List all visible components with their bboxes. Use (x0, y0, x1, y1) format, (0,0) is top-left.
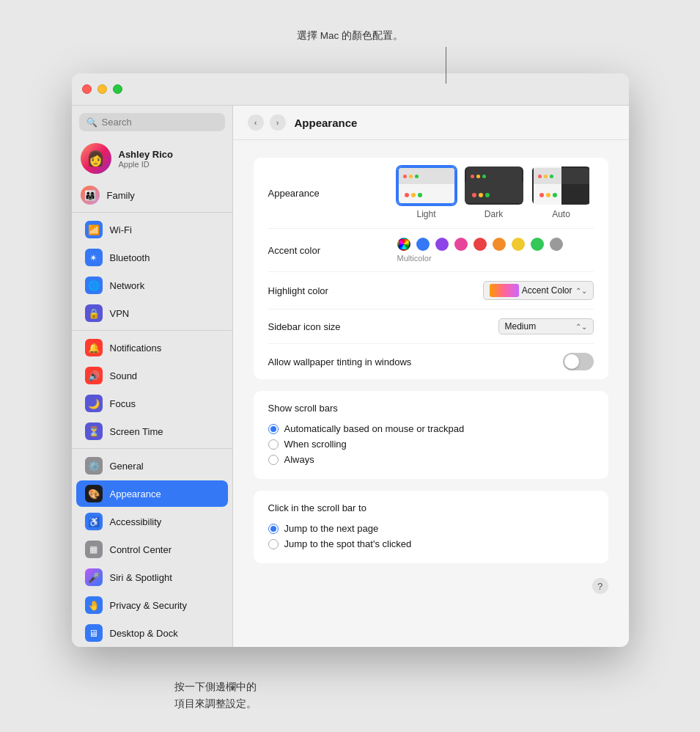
auto-thumb-dot-green (553, 193, 557, 197)
radio-label-scrolling: When scrolling (284, 439, 347, 450)
wifi-icon: 📶 (85, 221, 103, 238)
radio-when-scrolling[interactable]: When scrolling (268, 436, 594, 452)
auto-dot-max (550, 175, 553, 178)
radio-next-page[interactable]: Jump to the next page (268, 521, 594, 536)
siri-icon: 🎤 (85, 568, 103, 586)
sidebar-item-label-general: General (110, 461, 144, 472)
sidebar-item-siri[interactable]: 🎤 Siri & Spotlight (76, 564, 228, 590)
search-icon: 🔍 (86, 117, 97, 128)
sidebar-item-wifi[interactable]: 📶 Wi-Fi (76, 216, 228, 243)
radio-label-clicked-spot: Jump to the spot that's clicked (284, 538, 412, 549)
user-profile[interactable]: 👩 Ashley Rico Apple ID (72, 136, 232, 181)
dot-min (409, 175, 413, 178)
sidebar-item-screentime[interactable]: ⏳ Screen Time (76, 418, 228, 444)
wallpaper-tinting-label: Allow wallpaper tinting in windows (268, 356, 412, 367)
sidebar-icon-size-label: Sidebar icon size (268, 321, 386, 332)
auto-dot-close (538, 175, 542, 178)
radio-btn-clicked-spot[interactable] (268, 539, 279, 549)
sidebar-item-vpn[interactable]: 🔒 VPN (76, 300, 228, 326)
dropdown-arrow-size: ⌃⌄ (575, 323, 587, 331)
search-input[interactable] (102, 117, 218, 128)
radio-label-auto: Automatically based on mouse or trackpad (284, 423, 465, 434)
nav-back-button[interactable]: ‹ (248, 114, 264, 131)
sidebar-icon-size-control: Medium ⌃⌄ (397, 318, 594, 334)
radio-btn-next-page[interactable] (268, 524, 279, 534)
click-scroll-group: Click in the scroll bar to Jump to the n… (254, 491, 608, 563)
color-swatch-blue[interactable] (416, 238, 430, 251)
thumb-dot-red (405, 193, 409, 197)
sidebar-item-label-siri: Siri & Spotlight (110, 572, 172, 583)
auto-label: Auto (552, 209, 570, 219)
color-swatch-orange[interactable] (493, 238, 506, 251)
sidebar-item-desktop[interactable]: 🖥 Desktop & Dock (76, 620, 228, 646)
radio-btn-auto[interactable] (268, 424, 279, 434)
sidebar-item-label-bluetooth: Bluetooth (110, 252, 150, 263)
accent-color-row: Accent color (268, 229, 594, 272)
dark-thumb-dots (472, 193, 490, 197)
appearance-label: Appearance (268, 188, 386, 199)
auto-thumb-bar (534, 168, 589, 184)
sidebar-item-general[interactable]: ⚙️ General (76, 453, 228, 479)
sidebar-item-sound[interactable]: 🔊 Sound (76, 362, 228, 389)
dark-thumb-bar (466, 168, 522, 184)
color-swatch-pink[interactable] (454, 238, 468, 251)
appearance-option-auto[interactable]: Auto (532, 166, 591, 219)
sidebar-item-network[interactable]: 🌐 Network (76, 272, 228, 299)
sidebar-item-bluetooth[interactable]: ✴ Bluetooth (76, 244, 228, 271)
accessibility-icon: ♿ (85, 513, 103, 530)
sidebar-item-appearance[interactable]: 🎨 Appearance (76, 480, 228, 507)
thumb-dot-green (418, 193, 422, 197)
highlight-swatch (490, 284, 519, 297)
help-button[interactable]: ? (592, 578, 608, 594)
sidebar-divider-2 (72, 330, 232, 331)
user-info: Ashley Rico Apple ID (119, 149, 173, 169)
sidebar-item-accessibility[interactable]: ♿ Accessibility (76, 508, 228, 535)
click-scroll-title: Click in the scroll bar to (268, 502, 594, 513)
radio-btn-scrolling[interactable] (268, 439, 279, 450)
radio-clicked-spot[interactable]: Jump to the spot that's clicked (268, 536, 594, 552)
color-swatch-purple[interactable] (435, 238, 449, 251)
vpn-icon: 🔒 (85, 304, 103, 322)
highlight-color-control: Accent Color ⌃⌄ (397, 281, 594, 300)
user-name: Ashley Rico (119, 149, 173, 160)
general-icon: ⚙️ (85, 457, 103, 475)
maximize-button[interactable] (113, 84, 122, 94)
sidebar-item-controlcenter[interactable]: ▦ Control Center (76, 536, 228, 563)
light-thumb (397, 166, 456, 205)
sidebar-item-privacy[interactable]: 🤚 Privacy & Security (76, 592, 228, 618)
sidebar-item-label-controlcenter: Control Center (110, 544, 172, 555)
radio-auto-scroll[interactable]: Automatically based on mouse or trackpad (268, 421, 594, 436)
close-button[interactable] (82, 84, 92, 94)
search-bar[interactable]: 🔍 (79, 113, 225, 131)
highlight-color-row: Highlight color Accent Color ⌃⌄ (268, 272, 594, 310)
sidebar-item-notifications[interactable]: 🔔 Notifications (76, 334, 228, 361)
dark-thumb-dot-yellow (479, 193, 483, 197)
wallpaper-tinting-toggle[interactable] (563, 353, 594, 370)
auto-thumb-dot-yellow (546, 193, 550, 197)
appearance-row: Appearance (268, 158, 594, 229)
appearance-option-light[interactable]: Light (397, 166, 456, 219)
sidebar-item-focus[interactable]: 🌙 Focus (76, 390, 228, 417)
appearance-option-dark[interactable]: Dark (465, 166, 523, 219)
color-swatch-yellow[interactable] (512, 238, 525, 251)
highlight-color-value: Accent Color (522, 285, 572, 296)
nav-forward-button[interactable]: › (270, 114, 286, 131)
highlight-color-label: Highlight color (268, 285, 386, 296)
thumb-dot-yellow (411, 193, 416, 197)
sidebar-item-family[interactable]: 👨‍👩‍👧 Family (72, 181, 232, 209)
sidebar-icon-size-row: Sidebar icon size Medium ⌃⌄ (268, 310, 594, 344)
light-label: Light (416, 209, 435, 219)
color-swatch-multicolor[interactable] (397, 238, 410, 251)
radio-btn-always[interactable] (268, 455, 279, 465)
color-swatch-green[interactable] (531, 238, 544, 251)
page-title: Appearance (295, 117, 358, 129)
light-thumb-dots (405, 193, 422, 197)
sidebar-icon-size-dropdown[interactable]: Medium ⌃⌄ (498, 318, 594, 334)
highlight-color-dropdown[interactable]: Accent Color ⌃⌄ (483, 281, 594, 300)
minimize-button[interactable] (97, 84, 107, 94)
sidebar-item-label-vpn: VPN (110, 308, 130, 319)
sidebar-item-label-accessibility: Accessibility (110, 516, 162, 527)
color-swatch-graphite[interactable] (550, 238, 563, 251)
radio-always[interactable]: Always (268, 452, 594, 467)
color-swatch-red[interactable] (474, 238, 487, 251)
